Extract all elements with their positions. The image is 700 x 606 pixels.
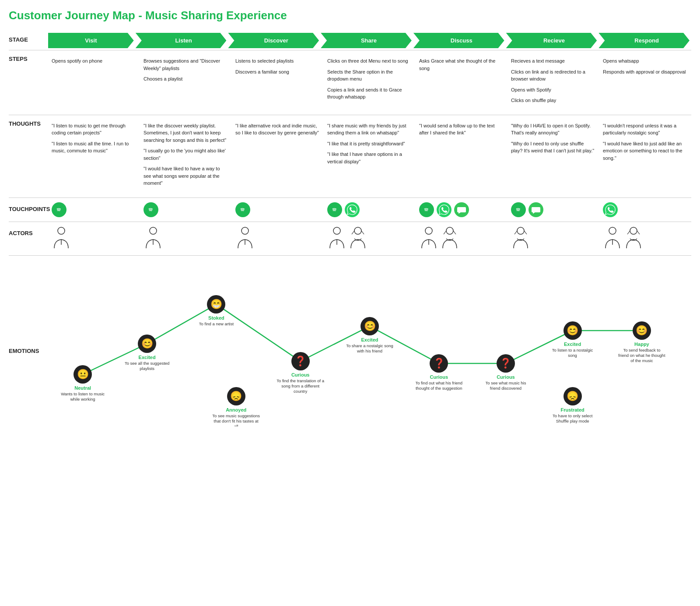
actors-cells: [48, 226, 691, 251]
emotion-node-curious3: ❓CuriousTo see what music his friend dis…: [482, 354, 530, 391]
svg-point-27: [517, 227, 524, 234]
thought-text: "Why do I HAVE to open it on Spotify. Th…: [511, 122, 596, 137]
emotion-node-frustrated: 😞FrustratedTo have to only select Shuffl…: [549, 387, 597, 424]
page-title: Customer Journey Map - Music Sharing Exp…: [9, 9, 691, 22]
actors-cell-4: [416, 226, 508, 251]
svg-point-19: [354, 227, 361, 234]
spotify-icon: [511, 202, 526, 217]
thought-text: "I share music with my friends by just s…: [327, 122, 412, 137]
step-text: Discovers a familiar song: [235, 68, 320, 76]
thoughts-cell-3: "I share music with my friends by just s…: [324, 120, 416, 192]
svg-point-30: [609, 227, 616, 234]
touchpoints-label: TOUCHPOINTS: [9, 202, 48, 212]
chat-bubble-icon: [528, 202, 543, 217]
touchpoints-cells: [48, 202, 691, 217]
actors-cell-3: [324, 226, 416, 251]
emotion-label-text: Curious: [430, 374, 448, 380]
emotion-node-happy: 😊HappyTo send feedback to friend on what…: [618, 321, 666, 364]
svg-line-25: [444, 231, 446, 234]
step-text: Listens to selected playlists: [235, 57, 320, 65]
thought-text: "I listen to music to get me through cod…: [52, 122, 136, 137]
spotify-icon: [419, 202, 434, 217]
actors-cell-5: [508, 226, 599, 251]
step-text: Chooses a playlist: [144, 75, 228, 83]
emotion-face-excited2: 😊: [360, 317, 379, 335]
emotion-face-excited3: 😊: [564, 321, 582, 340]
steps-cell-4: Asks Grace what she thought of the song: [416, 56, 508, 109]
svg-point-15: [242, 227, 248, 234]
emotion-node-excited3: 😊ExcitedTo listen to a nostalgic song: [549, 321, 597, 359]
svg-point-13: [150, 227, 157, 234]
whatsapp-icon: [345, 202, 360, 217]
thoughts-label: THOUGHTS: [9, 120, 48, 127]
emotion-node-neutral: 😐NeutralWants to listen to music while w…: [59, 365, 107, 402]
emotion-face-happy: 😊: [633, 321, 651, 340]
stage-discuss: Discuss: [413, 33, 504, 48]
step-text: Clicks on link and is redirected to a br…: [511, 68, 596, 83]
emotion-label-text: Curious: [497, 374, 515, 380]
emotion-node-curious2: ❓CuriousTo find out what his friend thou…: [415, 354, 463, 391]
svg-line-34: [637, 231, 640, 234]
emotion-face-stoked: 😁: [207, 295, 225, 314]
thoughts-cell-2: "I like alternative rock and indie music…: [232, 120, 324, 192]
svg-point-22: [425, 227, 432, 234]
emotion-face-curious1: ❓: [291, 352, 310, 370]
emotion-desc-text: To see music suggestions that don't fit …: [212, 413, 260, 426]
stage-discover: Discover: [228, 33, 319, 48]
emotion-node-excited2: 😊ExcitedTo share a nostalgic song with h…: [346, 317, 394, 354]
emotion-label-text: Curious: [291, 372, 310, 377]
thought-text: "I would send a follow up to the text af…: [419, 122, 504, 137]
thought-text: "I like that it is pretty straightforwar…: [327, 140, 412, 148]
svg-point-24: [446, 227, 453, 234]
step-text: Opens spotify on phone: [52, 57, 136, 65]
emotion-label-text: Neutral: [74, 385, 91, 391]
thought-text: "I listen to music all the time. I run t…: [52, 140, 136, 155]
thoughts-row: THOUGHTS "I listen to music to get me th…: [9, 115, 691, 197]
touchpoints-cell-4: [416, 202, 508, 217]
step-text: Browses suggestions and "Discover Weekly…: [144, 57, 228, 72]
steps-label: STEPS: [9, 56, 48, 62]
emotion-node-excited1: 😊ExcitedTo see all the suggested playlis…: [123, 335, 171, 372]
emotion-desc-text: To see all the suggested playlists: [123, 361, 171, 372]
thought-text: "I like that I have share options in a v…: [327, 151, 412, 165]
actors-cell-0: [48, 226, 140, 251]
touchpoints-cell-3: [324, 202, 416, 217]
stage-recieve: Recieve: [506, 33, 597, 48]
touchpoints-cell-0: [48, 202, 140, 217]
emotion-desc-text: To find a new artist: [199, 321, 234, 327]
actor-figure: [603, 226, 622, 251]
actor-figure: [348, 226, 368, 251]
actor-figure: [327, 226, 346, 251]
emotions-section: EMOTIONS 😐NeutralWants to listen to musi…: [9, 255, 691, 418]
actor-figure: [511, 226, 530, 251]
emotion-face-neutral: 😐: [74, 365, 92, 384]
actors-cell-2: [232, 226, 324, 251]
chat-bubble-icon: [454, 202, 469, 217]
touchpoints-row: TOUCHPOINTS: [9, 197, 691, 222]
thought-text: "I like the discover weekly playlist. So…: [144, 122, 228, 144]
emotions-chart: 😐NeutralWants to listen to music while w…: [48, 260, 691, 418]
emotion-label-text: Annoyed: [226, 407, 246, 412]
thoughts-cell-1: "I like the discover weekly playlist. So…: [140, 120, 232, 192]
emotion-desc-text: Wants to listen to music while working: [59, 391, 107, 402]
thought-text: "Why do I need to only use shuffle play?…: [511, 140, 596, 155]
step-text: Opens whatsapp: [603, 57, 688, 65]
thought-text: "I wouldn't respond unless it was a part…: [603, 122, 688, 137]
stage-share: Share: [321, 33, 412, 48]
emotion-node-stoked: 😁StokedTo find a new artist: [192, 295, 240, 327]
spotify-icon: [52, 202, 66, 217]
spotify-icon: [235, 202, 250, 217]
thought-text: "I like alternative rock and indie music…: [235, 122, 320, 137]
stage-respond: Respond: [598, 33, 690, 48]
person-figure: [603, 226, 622, 250]
person-figure-female: [348, 226, 368, 250]
touchpoints-cell-5: [508, 202, 599, 217]
actor-figure: [52, 226, 71, 251]
steps-cell-5: Recieves a text messageClicks on link an…: [508, 56, 599, 109]
steps-cell-1: Browses suggestions and "Discover Weekly…: [140, 56, 232, 109]
actor-figure: [419, 226, 438, 251]
emotion-desc-text: To send feedback to friend on what he th…: [618, 348, 666, 364]
thoughts-cell-5: "Why do I HAVE to open it on Spotify. Th…: [508, 120, 599, 192]
touchpoints-cell-2: [232, 202, 324, 217]
step-text: Responds with approval or disapproval: [603, 68, 688, 76]
